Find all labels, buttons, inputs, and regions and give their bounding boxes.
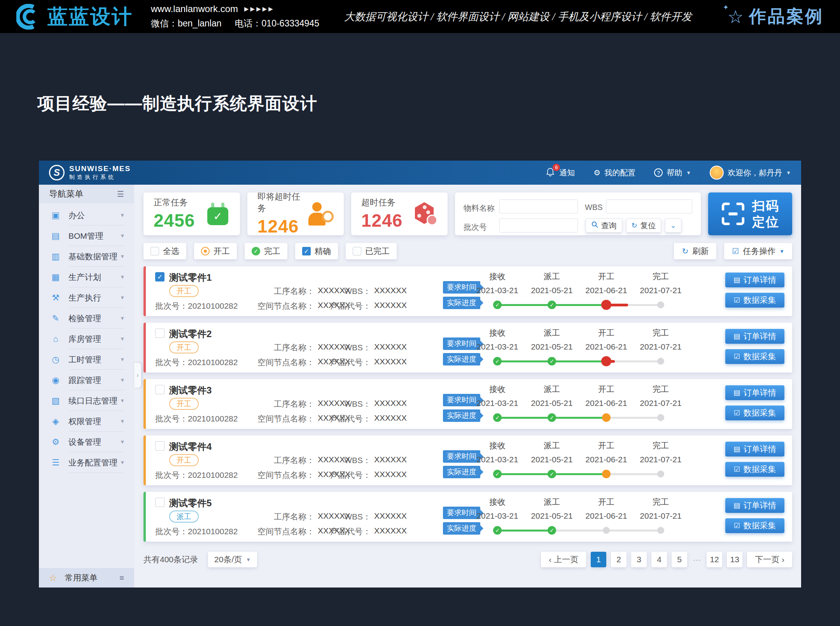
milestone-current-dot: [602, 470, 611, 478]
status-badge: 派工: [169, 511, 199, 523]
filter-state-icon: [252, 247, 260, 255]
sidebar-item-10[interactable]: ◈ 权限管理 ▼: [39, 411, 134, 432]
filter-state-icon: [201, 247, 210, 255]
user-menu[interactable]: 欢迎你，郝丹丹 ▼: [710, 166, 791, 180]
next-page-button[interactable]: 下一页 ›: [747, 552, 792, 567]
reset-button[interactable]: ↻ 复位: [626, 219, 661, 233]
chevron-down-icon: ▼: [120, 295, 125, 301]
page-size-select[interactable]: 20条/页 ▼: [208, 552, 257, 567]
page-button-6[interactable]: 12: [707, 552, 722, 567]
material-input[interactable]: [499, 199, 578, 213]
sidebar-item-6[interactable]: ⌂ 库房管理 ▼: [39, 329, 134, 349]
sidebar-item-12[interactable]: ☰ 业务配置管理 ▼: [39, 452, 134, 473]
menu-toggle-icon[interactable]: ☰: [117, 189, 124, 199]
sidebar-item-9[interactable]: ▧ 续口日志管理 ▼: [39, 390, 134, 411]
page-button-4[interactable]: 5: [672, 552, 687, 567]
sidebar-item-0[interactable]: ▣ 办公 ▼: [39, 205, 134, 226]
order-detail-button[interactable]: ▤ 订单详情: [725, 442, 784, 456]
data-collect-button[interactable]: ☑ 数据采集: [725, 462, 784, 477]
sidebar-footer[interactable]: ☆ 常用菜单 ≡: [39, 568, 134, 588]
search-icon: [592, 221, 598, 230]
menu-icon-10: ◈: [51, 416, 61, 427]
menu-icon-1: ▤: [51, 231, 61, 241]
brand: 蓝蓝设计: [16, 3, 133, 30]
batch-number: 批次号：20210100282: [155, 526, 238, 537]
page-button-1[interactable]: 2: [611, 552, 626, 567]
avatar: [710, 166, 724, 180]
filter-button-4[interactable]: 已完工: [346, 243, 397, 259]
sidebar-item-7[interactable]: ◷ 工时管理 ▼: [39, 349, 134, 370]
page-button-5[interactable]: ···: [692, 552, 702, 567]
mes-logo-subtitle: 制造执行系统: [69, 174, 131, 181]
task-title: 测试零件4: [169, 441, 212, 453]
clipboard-check-icon: ☑: [732, 247, 739, 256]
task-checkbox[interactable]: [155, 329, 164, 338]
data-collect-button[interactable]: ☑ 数据采集: [725, 518, 784, 533]
sidebar-item-3[interactable]: ▦ 生产计划 ▼: [39, 267, 134, 287]
wbs-input[interactable]: [606, 199, 692, 213]
task-checkbox[interactable]: [155, 385, 164, 394]
filter-button-0[interactable]: 全选: [144, 243, 186, 259]
task-operations-button[interactable]: ☑ 任务操作 ▼: [724, 243, 792, 259]
phone-number: 电话：010-63334945: [235, 17, 319, 30]
page-button-0[interactable]: 1: [591, 552, 606, 567]
expand-search-button[interactable]: ⌄: [665, 219, 681, 233]
prev-page-button[interactable]: ‹ 上一页: [541, 552, 586, 567]
page-title: 项目经验——制造执行系统界面设计: [37, 92, 317, 115]
chevron-down-icon: ▼: [120, 460, 125, 465]
task-checkbox[interactable]: [155, 498, 164, 507]
filter-button-1[interactable]: 开工: [194, 243, 237, 259]
search-panel: 物料名称 WBS 批次号 查询 ↻ 复位: [455, 192, 701, 235]
checkbox-icon: ☑: [733, 352, 740, 361]
my-config-button[interactable]: ⚙ 我的配置: [593, 168, 635, 178]
menu-icon: ≡: [119, 574, 124, 582]
milestone-done-dot: ✓: [548, 470, 556, 478]
batch-number: 批次号：20210100282: [155, 357, 238, 368]
sidebar-item-1[interactable]: ▤ BOM管理 ▼: [39, 226, 134, 246]
sidebar: 导航菜单 ☰ ▣ 办公 ▼ ▤ BOM管理 ▼ ▥ 基础数据管理 ▼ ▦ 生产计…: [39, 185, 134, 588]
task-checkbox[interactable]: [155, 441, 164, 451]
help-dropdown[interactable]: ? 帮助 ▼: [654, 168, 691, 178]
filter-button-2[interactable]: 完工: [245, 243, 287, 259]
sidebar-item-11[interactable]: ⚙ 设备管理 ▼: [39, 432, 134, 452]
milestone-current-dot: [602, 413, 611, 422]
milestone-done-dot: ✓: [493, 413, 502, 422]
sidebar-item-2[interactable]: ▥ 基础数据管理 ▼: [39, 246, 134, 267]
sidebar-collapse-handle[interactable]: ›: [134, 363, 141, 388]
pagination: 共有400条记录 20条/页 ▼ ‹ 上一页 1 2 3 4 5 ··· 12 …: [144, 552, 792, 567]
query-button[interactable]: 查询: [586, 219, 622, 233]
task-checkbox[interactable]: [155, 272, 164, 282]
checkbox-icon: ☑: [733, 521, 740, 530]
brand-name: 蓝蓝设计: [47, 3, 133, 30]
sidebar-item-8[interactable]: ◉ 跟踪管理 ▼: [39, 370, 134, 390]
timeline-labels: 接收2021-03-21 派工2021-05-21 开工2021-06-21 完…: [470, 440, 688, 464]
order-detail-button[interactable]: ▤ 订单详情: [725, 498, 784, 513]
menu-icon-11: ⚙: [51, 437, 61, 447]
progress-bar: ✓ ✓: [470, 469, 688, 479]
data-collect-button[interactable]: ☑ 数据采集: [725, 406, 784, 420]
sidebar-item-4[interactable]: ⚒ 生产执行 ▼: [39, 287, 134, 308]
notifications-button[interactable]: 6 通知: [546, 168, 575, 178]
status-color-bar: [144, 323, 146, 372]
order-detail-button[interactable]: ▤ 订单详情: [725, 385, 784, 400]
chevron-down-icon: ▼: [120, 254, 125, 259]
refresh-button[interactable]: ↻ 刷新: [674, 243, 716, 259]
portfolio-link[interactable]: ☆✦ 作品案例: [728, 5, 824, 28]
page-button-7[interactable]: 13: [727, 552, 742, 567]
milestone-done-dot: ✓: [548, 413, 556, 422]
page-button-2[interactable]: 3: [631, 552, 647, 567]
order-detail-button[interactable]: ▤ 订单详情: [725, 273, 784, 287]
order-detail-button[interactable]: ▤ 订单详情: [725, 329, 784, 344]
sidebar-item-5[interactable]: ✎ 检验管理 ▼: [39, 308, 134, 329]
stat-card-almost-overtime: 即将超时任务 1246: [247, 192, 344, 235]
document-icon: ▤: [733, 445, 740, 453]
data-collect-button[interactable]: ☑ 数据采集: [725, 349, 784, 364]
filter-button-3[interactable]: 精确: [295, 243, 338, 259]
scan-locate-button[interactable]: 扫码 定位: [708, 192, 792, 235]
menu-icon-6: ⌂: [51, 334, 61, 344]
wbs-field: WBS：XXXXXX: [326, 399, 407, 409]
data-collect-button[interactable]: ☑ 数据采集: [725, 293, 784, 308]
batch-input[interactable]: [499, 219, 578, 233]
page-button-3[interactable]: 4: [651, 552, 667, 567]
wechat-id: 微信：ben_lanlan: [151, 17, 222, 30]
